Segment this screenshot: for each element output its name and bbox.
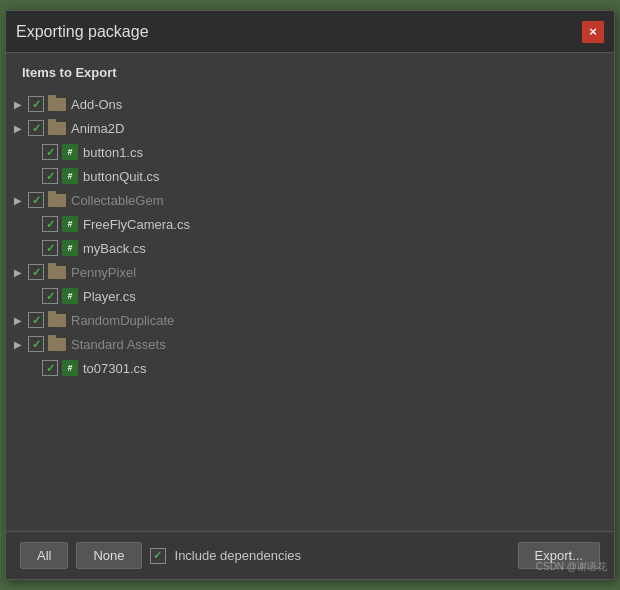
list-item[interactable]: # to07301.cs [20,356,614,380]
arrow-placeholder [28,291,42,302]
list-item[interactable]: # Player.cs [20,284,614,308]
script-icon: # [62,168,78,184]
script-icon: # [62,216,78,232]
arrow-placeholder [28,147,42,158]
include-dependencies: Include dependencies [150,548,302,564]
folder-icon [48,338,66,351]
item-checkbox[interactable] [42,240,58,256]
list-item[interactable]: ▶ PennyPixel [6,260,614,284]
item-name: buttonQuit.cs [83,169,160,184]
include-deps-label: Include dependencies [175,548,302,563]
folder-icon [48,194,66,207]
item-name: FreeFlyCamera.cs [83,217,190,232]
folder-icon [48,314,66,327]
item-checkbox[interactable] [42,216,58,232]
item-name: myBack.cs [83,241,146,256]
item-name: RandomDuplicate [71,313,174,328]
arrow-icon[interactable]: ▶ [14,99,28,110]
folder-icon [48,122,66,135]
item-name: Add-Ons [71,97,122,112]
folder-icon [48,266,66,279]
arrow-icon[interactable]: ▶ [14,123,28,134]
items-list: ▶ Add-Ons ▶ Anima2D # button1.cs [6,88,614,531]
script-icon: # [62,360,78,376]
item-checkbox[interactable] [28,96,44,112]
script-icon: # [62,288,78,304]
item-checkbox[interactable] [42,144,58,160]
list-item[interactable]: # FreeFlyCamera.cs [20,212,614,236]
item-checkbox[interactable] [28,312,44,328]
list-item[interactable]: # buttonQuit.cs [20,164,614,188]
none-button[interactable]: None [76,542,141,569]
close-button[interactable]: × [582,21,604,43]
arrow-icon[interactable]: ▶ [14,267,28,278]
item-checkbox[interactable] [42,360,58,376]
arrow-placeholder [28,219,42,230]
item-name: to07301.cs [83,361,147,376]
item-checkbox[interactable] [28,120,44,136]
item-checkbox[interactable] [42,168,58,184]
item-checkbox[interactable] [28,336,44,352]
arrow-icon[interactable]: ▶ [14,195,28,206]
arrow-placeholder [28,243,42,254]
script-icon: # [62,144,78,160]
list-item[interactable]: ▶ Standard Assets [6,332,614,356]
item-checkbox[interactable] [42,288,58,304]
item-name: Player.cs [83,289,136,304]
arrow-placeholder [28,363,42,374]
arrow-icon[interactable]: ▶ [14,315,28,326]
item-name: PennyPixel [71,265,136,280]
list-item[interactable]: # myBack.cs [20,236,614,260]
watermark: CSDN @谢语花 [536,560,607,574]
footer: All None Include dependencies Export... [6,531,614,579]
list-item[interactable]: ▶ Add-Ons [6,92,614,116]
list-item[interactable]: ▶ RandomDuplicate [6,308,614,332]
folder-icon [48,98,66,111]
item-checkbox[interactable] [28,192,44,208]
arrow-placeholder [28,171,42,182]
item-checkbox[interactable] [28,264,44,280]
dialog-title: Exporting package [16,23,149,41]
item-name: Standard Assets [71,337,166,352]
list-item[interactable]: # button1.cs [20,140,614,164]
arrow-icon[interactable]: ▶ [14,339,28,350]
item-name: CollectableGem [71,193,164,208]
all-button[interactable]: All [20,542,68,569]
title-bar: Exporting package × [6,11,614,53]
list-item[interactable]: ▶ CollectableGem [6,188,614,212]
item-name: button1.cs [83,145,143,160]
list-item[interactable]: ▶ Anima2D [6,116,614,140]
section-header: Items to Export [6,53,614,88]
export-dialog: Exporting package × Items to Export ▶ Ad… [5,10,615,580]
item-name: Anima2D [71,121,124,136]
include-deps-checkbox[interactable] [150,548,166,564]
script-icon: # [62,240,78,256]
